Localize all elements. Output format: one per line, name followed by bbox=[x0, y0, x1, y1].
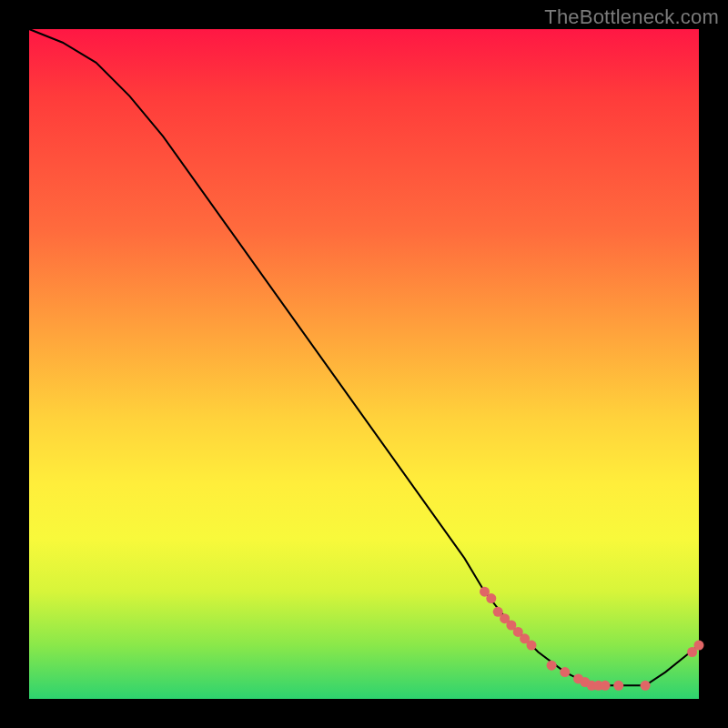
plot-area bbox=[29, 29, 699, 699]
data-marker bbox=[694, 641, 704, 651]
marker-group bbox=[480, 587, 704, 691]
data-marker bbox=[560, 667, 570, 677]
data-marker bbox=[613, 681, 623, 691]
data-marker bbox=[601, 681, 611, 691]
data-marker bbox=[641, 681, 651, 691]
data-marker bbox=[527, 641, 537, 651]
watermark-text: TheBottleneck.com bbox=[544, 5, 719, 29]
data-marker bbox=[486, 593, 496, 603]
curve-svg bbox=[29, 29, 699, 699]
data-marker bbox=[547, 661, 557, 671]
bottleneck-curve bbox=[29, 29, 699, 685]
chart-frame: TheBottleneck.com bbox=[0, 0, 728, 728]
